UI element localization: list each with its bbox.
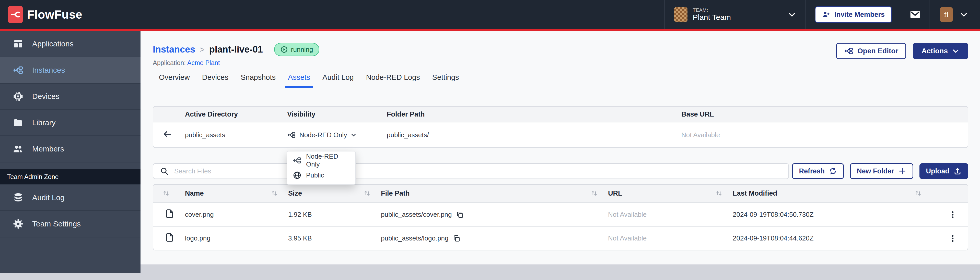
upload-icon [953, 167, 962, 175]
user-menu[interactable]: fl [929, 7, 973, 22]
sidebar-item-audit-log[interactable]: Audit Log [0, 185, 140, 211]
col-active-directory: Active Directory [185, 111, 287, 118]
file-modified: 2024-09-19T08:04:50.730Z [733, 210, 932, 218]
directory-base-url: Not Available [681, 131, 959, 139]
sort-icon[interactable] [364, 190, 371, 197]
invite-members-button[interactable]: Invite Members [815, 6, 892, 23]
tab-assets[interactable]: Assets [285, 73, 313, 88]
table-row[interactable]: cover.png 1.92 KB public_assets/cover.pn… [153, 202, 968, 226]
col-url[interactable]: URL [608, 190, 733, 198]
sidebar-item-instances[interactable]: Instances [0, 57, 140, 84]
refresh-icon [829, 167, 837, 175]
search-box [153, 163, 789, 179]
visibility-select[interactable]: Node-RED Only [287, 131, 387, 139]
sort-icon[interactable] [162, 190, 170, 197]
play-circle-icon [280, 46, 288, 53]
sidebar-item-library[interactable]: Library [0, 110, 140, 136]
kebab-menu-icon[interactable] [948, 210, 957, 219]
node-red-icon [844, 46, 853, 55]
col-last-modified[interactable]: Last Modified [733, 190, 932, 198]
node-red-icon [293, 156, 301, 165]
instance-tabs: Overview Devices Snapshots Assets Audit … [140, 73, 980, 88]
arrow-left-icon[interactable] [162, 129, 172, 139]
node-red-icon [287, 131, 296, 139]
status-badge: running [274, 43, 319, 56]
open-editor-button[interactable]: Open Editor [836, 43, 906, 59]
globe-icon [293, 171, 301, 180]
plus-icon [898, 167, 907, 175]
copy-icon[interactable] [453, 235, 460, 242]
sidebar-item-team-settings[interactable]: Team Settings [0, 211, 140, 237]
chevron-down-icon [350, 132, 356, 138]
sidebar: Applications Instances Devices Library M… [0, 31, 140, 273]
tab-overview[interactable]: Overview [159, 73, 190, 88]
team-avatar [674, 7, 687, 22]
file-url: Not Available [608, 234, 733, 242]
file-modified: 2024-09-19T08:04:44.620Z [733, 234, 932, 242]
table-row[interactable]: logo.png 3.95 KB public_assets/logo.png … [153, 226, 968, 250]
dropdown-option-node-red-only[interactable]: Node-RED Only [287, 153, 355, 168]
directory-row: public_assets Node-RED Only public_asset… [153, 122, 968, 147]
refresh-button[interactable]: Refresh [792, 163, 844, 179]
dropdown-option-public[interactable]: Public [287, 168, 355, 183]
person-plus-icon [822, 11, 830, 19]
files-header-row: Name Size File Path URL [153, 185, 968, 202]
file-name: cover.png [185, 210, 288, 218]
actions-button[interactable]: Actions [913, 43, 968, 59]
files-toolbar: Refresh New Folder Upload [153, 163, 968, 179]
file-path: public_assets/logo.png [381, 234, 449, 242]
col-file-path[interactable]: File Path [381, 190, 608, 198]
col-visibility: Visibility [287, 111, 387, 118]
sidebar-item-devices[interactable]: Devices [0, 84, 140, 110]
tab-settings[interactable]: Settings [432, 73, 459, 88]
directory-name: public_assets [185, 131, 287, 139]
topbar-right: TEAM: Plant Team Invite Members [665, 0, 973, 29]
chevron-down-icon [952, 47, 959, 55]
mail-icon[interactable] [910, 9, 921, 20]
sort-icon[interactable] [715, 190, 722, 197]
flowfuse-logo-icon [8, 6, 23, 23]
brand-red-divider [0, 29, 980, 31]
new-folder-button[interactable]: New Folder [850, 163, 913, 179]
col-base-url: Base URL [681, 111, 959, 118]
kebab-menu-icon[interactable] [948, 234, 957, 243]
gear-icon [13, 218, 24, 229]
instances-icon [13, 65, 24, 76]
page-title: plant-live-01 [209, 44, 263, 55]
active-directory-card: Active Directory Visibility Folder Path … [153, 106, 968, 148]
tab-audit-log[interactable]: Audit Log [322, 73, 354, 88]
breadcrumb-separator: > [200, 45, 205, 54]
tab-node-red-logs[interactable]: Node-RED Logs [366, 73, 420, 88]
members-icon [13, 144, 24, 154]
upload-button[interactable]: Upload [920, 163, 969, 179]
user-avatar: fl [940, 7, 953, 22]
breadcrumb-instances-link[interactable]: Instances [153, 44, 195, 55]
search-input[interactable] [174, 167, 782, 175]
team-selector[interactable]: TEAM: Plant Team [665, 0, 805, 29]
col-size[interactable]: Size [288, 190, 381, 198]
chevron-down-icon [959, 10, 968, 19]
file-size: 3.95 KB [288, 234, 381, 242]
sidebar-item-applications[interactable]: Applications [0, 31, 140, 57]
file-size: 1.92 KB [288, 210, 381, 218]
col-file-icon[interactable] [162, 190, 185, 197]
visibility-dropdown: Node-RED Only Public [286, 151, 356, 185]
sidebar-item-members[interactable]: Members [0, 136, 140, 163]
sort-icon[interactable] [271, 190, 278, 197]
file-name: logo.png [185, 234, 288, 242]
team-label: TEAM: [693, 7, 783, 13]
sort-icon[interactable] [915, 190, 922, 197]
tab-devices[interactable]: Devices [202, 73, 228, 88]
col-name[interactable]: Name [185, 190, 288, 198]
file-url: Not Available [608, 210, 733, 218]
audit-log-icon [13, 192, 24, 203]
chevron-down-icon [788, 10, 796, 19]
tab-snapshots[interactable]: Snapshots [241, 73, 276, 88]
copy-icon[interactable] [456, 211, 464, 218]
devices-icon [13, 91, 24, 102]
file-path: public_assets/cover.png [381, 210, 452, 218]
brand[interactable]: FlowFuse [8, 6, 82, 23]
sort-icon[interactable] [591, 190, 598, 197]
team-name: Plant Team [693, 13, 783, 22]
application-link[interactable]: Acme Plant [187, 59, 220, 66]
